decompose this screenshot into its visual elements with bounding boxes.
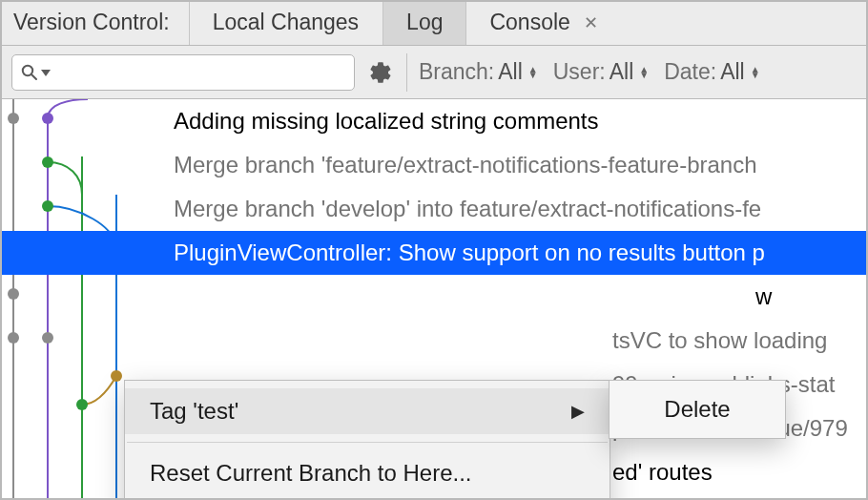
menu-item-tag[interactable]: Tag 'test' ▶ [125,388,610,434]
commit-message: PluginViewController: Show support on no… [174,240,765,266]
dropdown-icon[interactable] [41,68,51,77]
svg-point-10 [42,200,53,212]
submenu-arrow-icon: ▶ [571,401,585,422]
tab-label: Console [489,10,569,34]
filter-label: Date: [664,59,716,85]
commit-row[interactable]: Adding missing localized string comments [174,99,866,143]
user-filter[interactable]: User: All ▲▼ [549,59,652,85]
commit-message: w [755,283,772,310]
commit-row[interactable]: tsVC to show loading [174,319,866,363]
filter-value: All [720,59,745,85]
sort-icon: ▲▼ [639,67,649,78]
menu-item-reset[interactable]: Reset Current Branch to Here... [125,450,610,496]
svg-point-12 [8,288,19,300]
commit-message: tsVC to show loading [612,327,827,354]
commit-row[interactable]: Merge branch 'feature/extract-notificati… [174,143,866,187]
commit-log: Adding missing localized string comments… [2,99,866,498]
commit-message: Adding missing localized string comments [174,108,599,135]
svg-point-8 [42,113,53,124]
log-toolbar: Branch: All ▲▼ User: All ▲▼ Date: All ▲▼ [2,46,866,99]
close-icon[interactable]: ✕ [584,13,598,32]
svg-point-13 [42,332,53,344]
search-field[interactable] [11,54,355,91]
tab-log[interactable]: Log [382,2,466,45]
branch-filter[interactable]: Branch: All ▲▼ [415,59,542,85]
commit-message: ed' routes [612,459,713,486]
menu-item-delete-tag[interactable]: Delete [610,386,785,432]
date-filter[interactable]: Date: All ▲▼ [660,59,763,85]
search-input[interactable] [56,61,346,83]
svg-point-9 [42,156,53,168]
menu-item-label: Delete [664,396,730,423]
svg-point-15 [76,399,88,410]
filter-label: Branch: [419,59,494,85]
commit-row[interactable]: PluginViewController: Show support on no… [2,231,866,275]
menu-item-label: Tag 'test' [150,398,238,425]
svg-line-1 [31,74,36,79]
svg-point-7 [8,113,19,124]
menu-item-revert[interactable]: Revert [125,496,610,498]
filter-value: All [498,59,523,85]
divider [406,53,407,92]
tab-console[interactable]: Console ✕ [466,2,622,45]
settings-button[interactable] [362,54,399,91]
menu-item-label: Reset Current Branch to Here... [150,460,471,487]
context-menu: Tag 'test' ▶ Reset Current Branch to Her… [124,380,610,498]
commit-message: Merge branch 'feature/extract-notificati… [174,152,757,178]
gear-icon [368,60,393,85]
commit-row[interactable]: Merge branch 'develop' into feature/extr… [174,187,866,231]
tab-label: Log [406,10,443,34]
svg-point-16 [8,332,19,344]
filter-label: User: [553,59,606,85]
context-submenu: Delete [609,380,786,439]
panel-title: Version Control: [2,2,189,45]
tab-strip: Version Control: Local Changes Log Conso… [2,2,866,46]
sort-icon: ▲▼ [751,67,760,78]
vcs-panel: Version Control: Local Changes Log Conso… [0,0,868,500]
svg-point-14 [111,370,122,382]
commit-row[interactable]: w [174,275,866,319]
commit-message: Merge branch 'develop' into feature/extr… [174,196,761,222]
menu-separator [127,442,608,443]
tab-label: Local Changes [213,10,359,34]
sort-icon: ▲▼ [528,67,538,78]
tab-local-changes[interactable]: Local Changes [189,2,382,45]
search-icon [20,63,39,82]
svg-marker-2 [41,70,51,76]
filter-value: All [610,59,634,85]
